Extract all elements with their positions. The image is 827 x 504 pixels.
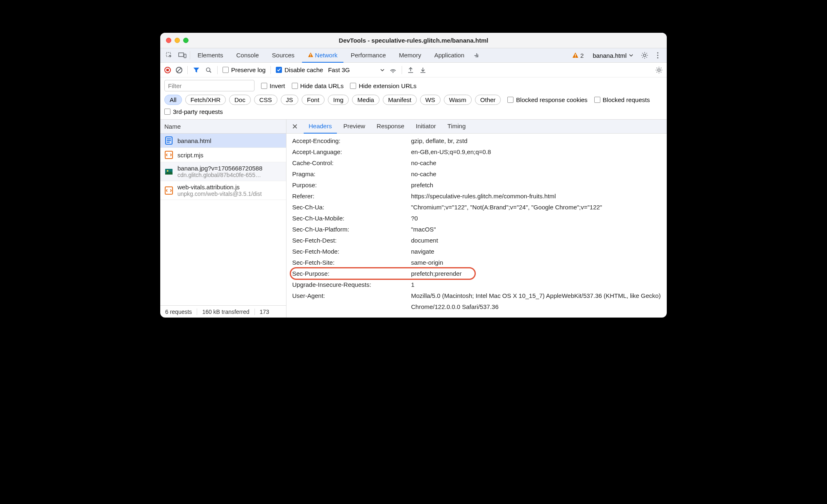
detail-tab-headers[interactable]: Headers — [304, 120, 337, 134]
type-pill-css[interactable]: CSS — [254, 95, 277, 105]
close-details-button[interactable]: ✕ — [290, 122, 300, 132]
hide-data-urls-checkbox[interactable]: Hide data URLs — [292, 82, 344, 89]
detail-tab-response[interactable]: Response — [372, 120, 409, 134]
kebab-menu-icon[interactable] — [652, 50, 663, 61]
type-pill-other[interactable]: Other — [475, 95, 501, 105]
blocked-cookies-checkbox[interactable]: Blocked response cookies — [507, 96, 587, 103]
header-row: Accept-Language:en-GB,en-US;q=0.9,en;q=0… — [292, 146, 661, 157]
more-tabs-icon[interactable] — [472, 50, 483, 61]
header-value: Mozilla/5.0 (Macintosh; Intel Mac OS X 1… — [411, 290, 661, 312]
record-button[interactable] — [164, 67, 171, 73]
type-pill-ws[interactable]: WS — [420, 95, 441, 105]
request-row[interactable]: banana.html — [160, 134, 286, 148]
chevron-down-icon — [380, 68, 384, 72]
header-name: Referer: — [292, 191, 411, 202]
request-name: banana.html — [177, 137, 211, 144]
header-name: Sec-Fetch-Dest: — [292, 235, 411, 246]
network-settings-icon[interactable] — [655, 66, 663, 74]
inspect-icon[interactable] — [164, 50, 175, 61]
request-name: banana.jpg?v=1705668720588 — [177, 165, 262, 172]
third-party-label: 3rd-party requests — [173, 108, 223, 115]
header-value: prefetch;prerender — [411, 268, 661, 279]
checkbox-icon — [350, 83, 356, 89]
hide-extension-urls-checkbox[interactable]: Hide extension URLs — [350, 82, 416, 89]
traffic-lights — [166, 38, 189, 43]
resource-js-icon — [164, 150, 173, 159]
close-window-button[interactable] — [166, 38, 171, 43]
titlebar: DevTools - speculative-rules.glitch.me/b… — [160, 33, 667, 48]
header-value: no-cache — [411, 168, 661, 179]
context-selector[interactable]: banana.html — [588, 52, 637, 59]
headers-list: Accept-Encoding:gzip, deflate, br, zstdA… — [286, 134, 667, 318]
type-pill-wasm[interactable]: Wasm — [444, 95, 472, 105]
issues-counter[interactable]: 2 — [569, 52, 587, 59]
type-pill-fetchxhr[interactable]: Fetch/XHR — [185, 95, 226, 105]
search-icon[interactable] — [205, 66, 212, 74]
import-har-icon[interactable] — [419, 66, 427, 74]
detail-tab-timing[interactable]: Timing — [443, 120, 470, 134]
request-row[interactable]: web-vitals.attribution.jsunpkg.com/web-v… — [160, 181, 286, 200]
name-column-header[interactable]: Name — [160, 120, 286, 134]
device-toggle-icon[interactable] — [177, 50, 188, 61]
status-bar: 6 requests 160 kB transferred 173 — [160, 305, 286, 318]
throttling-select[interactable]: Fast 3G — [328, 66, 350, 73]
chevron-down-icon — [629, 53, 633, 57]
filter-icon[interactable] — [193, 66, 200, 74]
detail-tab-preview[interactable]: Preview — [339, 120, 370, 134]
tab-network[interactable]: Network — [302, 48, 343, 63]
zoom-window-button[interactable] — [183, 38, 189, 43]
filter-bar: Invert Hide data URLs Hide extension URL… — [160, 77, 667, 91]
header-name: User-Agent: — [292, 290, 411, 312]
blocked-requests-checkbox[interactable]: Blocked requests — [594, 96, 650, 103]
minimize-window-button[interactable] — [175, 38, 180, 43]
header-row: Accept-Encoding:gzip, deflate, br, zstd — [292, 135, 661, 146]
settings-icon[interactable] — [639, 50, 650, 61]
invert-checkbox[interactable]: Invert — [261, 82, 285, 89]
disable-cache-checkbox[interactable]: Disable cache — [276, 66, 323, 73]
tab-memory[interactable]: Memory — [393, 48, 427, 63]
preserve-log-checkbox[interactable]: Preserve log — [223, 66, 266, 73]
network-conditions-icon[interactable] — [389, 66, 397, 74]
tab-performance[interactable]: Performance — [345, 48, 392, 63]
type-pill-doc[interactable]: Doc — [229, 95, 251, 105]
type-pill-js[interactable]: JS — [281, 95, 299, 105]
header-name: Sec-Fetch-Mode: — [292, 246, 411, 257]
detail-tab-initiator[interactable]: Initiator — [411, 120, 441, 134]
header-name: Sec-Ch-Ua-Platform: — [292, 224, 411, 235]
header-row: Sec-Fetch-Dest:document — [292, 235, 661, 246]
type-pill-all[interactable]: All — [164, 95, 182, 105]
svg-line-13 — [646, 57, 647, 57]
window-title: DevTools - speculative-rules.glitch.me/b… — [160, 37, 667, 44]
type-pill-img[interactable]: Img — [328, 95, 349, 105]
separator — [402, 66, 402, 74]
tab-application[interactable]: Application — [429, 48, 470, 63]
tab-sources[interactable]: Sources — [266, 48, 300, 63]
type-pill-manifest[interactable]: Manifest — [383, 95, 417, 105]
third-party-checkbox[interactable]: 3rd-party requests — [164, 108, 663, 115]
hide-data-label: Hide data URLs — [300, 82, 344, 89]
tab-console[interactable]: Console — [231, 48, 265, 63]
resource-img-icon — [164, 167, 173, 176]
request-row[interactable]: banana.jpg?v=1705668720588cdn.glitch.glo… — [160, 162, 286, 181]
clear-button[interactable] — [176, 67, 182, 73]
devtools-window: DevTools - speculative-rules.glitch.me/b… — [160, 33, 667, 318]
tab-elements[interactable]: Elements — [192, 48, 229, 63]
detail-tabs: ✕ HeadersPreviewResponseInitiatorTiming — [286, 120, 667, 134]
filter-input[interactable] — [164, 80, 254, 91]
warning-icon — [572, 52, 579, 59]
request-detail-panel: ✕ HeadersPreviewResponseInitiatorTiming … — [286, 120, 667, 318]
header-value: ?0 — [411, 213, 661, 224]
header-row: Sec-Ch-Ua-Platform:"macOS" — [292, 224, 661, 235]
request-row[interactable]: script.mjs — [160, 148, 286, 162]
header-name: Purpose: — [292, 179, 411, 191]
header-row: Upgrade-Insecure-Requests:1 — [292, 279, 661, 290]
header-name: Pragma: — [292, 168, 411, 179]
checkbox-icon — [276, 67, 282, 73]
type-pill-font[interactable]: Font — [302, 95, 325, 105]
type-pill-media[interactable]: Media — [352, 95, 379, 105]
svg-rect-3 — [310, 54, 311, 55]
header-name: Upgrade-Insecure-Requests: — [292, 279, 411, 290]
export-har-icon[interactable] — [407, 66, 414, 74]
header-value: https://speculative-rules.glitch.me/comm… — [411, 191, 661, 202]
header-name: Accept-Language: — [292, 146, 411, 157]
